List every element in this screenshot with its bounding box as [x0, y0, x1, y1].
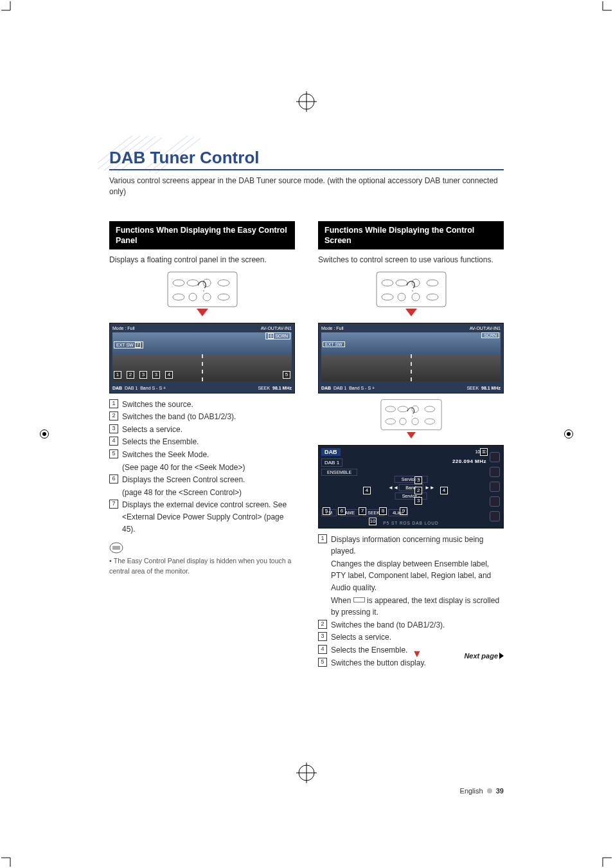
svg-point-13 — [382, 280, 393, 286]
callout-10: 10 — [369, 518, 377, 525]
list-item: Selects a service. — [331, 631, 391, 644]
callout-1: 1 — [480, 448, 488, 456]
callout-4: 4 — [363, 487, 371, 494]
svg-point-29 — [424, 419, 434, 424]
num-7: 7 — [109, 500, 118, 509]
svg-point-7 — [173, 294, 184, 300]
svg-point-4 — [187, 280, 199, 286]
num-3: 3 — [109, 424, 118, 433]
svg-point-18 — [398, 293, 405, 301]
two-column-layout: Functions When Displaying the Easy Contr… — [109, 221, 504, 669]
control-panel-illustration — [376, 271, 447, 307]
shot-extsw: EXT SW — [323, 341, 345, 347]
arrow-down-icon — [197, 309, 208, 316]
svg-point-8 — [189, 293, 197, 301]
crop-mark — [1, 853, 15, 867]
svg-rect-21 — [380, 399, 441, 429]
svg-point-25 — [424, 406, 434, 412]
shot-freq: 98.1 MHz — [272, 386, 292, 390]
num-4: 4 — [318, 645, 327, 654]
list-item: Displays the Screen Control screen. — [122, 474, 245, 486]
callout-row: 1 2 3 3 4 5 — [114, 371, 290, 379]
note-block: • The Easy Control Panel display is hidd… — [109, 541, 295, 576]
callout-8: 8 — [379, 507, 387, 515]
left-subtitle: Displays a floating control panel in the… — [109, 255, 295, 266]
arrow-down-icon — [405, 309, 417, 316]
content-area: DAB Tuner Control Various control screen… — [109, 148, 504, 791]
section-heading-easy-panel: Functions When Displaying the Easy Contr… — [109, 221, 295, 250]
document-page: DAB Tuner Control Various control screen… — [0, 0, 613, 868]
arrow-down-icon — [407, 432, 416, 439]
shot-avout: AV-OUT:AV-IN1 — [261, 326, 292, 330]
note-text: The Easy Control Panel display is hidden… — [109, 557, 291, 575]
intro-text: Various control screens appear in the DA… — [109, 176, 504, 198]
shot-extsw: EXT SW 7 — [114, 341, 143, 348]
control-panel-illustration — [167, 271, 238, 307]
callout-9: 9 — [400, 507, 407, 515]
shot-dab-sub: DAB 1 — [125, 386, 138, 390]
footer-dot-icon — [487, 788, 492, 793]
crop-mark — [598, 853, 612, 867]
easy-panel-screenshot: Mode : Full AV-OUT:AV-IN1 6SCRN EXT SW 7… — [109, 323, 295, 393]
svg-point-9 — [203, 293, 211, 301]
num-2: 2 — [109, 411, 118, 420]
section-heading-control-screen: Functions While Displaying the Control S… — [318, 221, 504, 250]
svg-point-19 — [412, 293, 420, 301]
device-figure — [318, 399, 504, 439]
registration-dot — [40, 429, 49, 439]
callout-3: 3 — [414, 476, 422, 484]
page-title-text: DAB Tuner Control — [109, 148, 260, 167]
right-subtitle: Switches to control screen to use variou… — [318, 255, 504, 266]
shot-scrn: SCRN — [481, 332, 499, 338]
footer-page-number: 39 — [496, 787, 504, 795]
shot-dab: DAB — [112, 386, 122, 390]
callout-3b: 3 — [152, 371, 160, 379]
list-item: Selects the Ensemble. — [122, 436, 199, 448]
callout-5: 5 — [323, 507, 330, 515]
registration-mark — [295, 90, 318, 113]
shot-scrn: 6SCRN — [265, 332, 290, 339]
svg-point-22 — [385, 406, 395, 412]
svg-point-3 — [173, 280, 184, 286]
arrow-down-icon: ▼ — [412, 648, 422, 660]
list-item: Switches the Seek Mode. — [122, 449, 209, 461]
device-figure — [109, 271, 295, 316]
svg-point-26 — [385, 419, 395, 424]
svg-point-5 — [203, 279, 211, 287]
num-1: 1 — [318, 534, 327, 543]
num-5: 5 — [109, 449, 118, 458]
list-item: Selects a service. — [122, 424, 182, 436]
note-icon — [109, 542, 123, 554]
svg-point-15 — [412, 279, 420, 287]
device-figure — [318, 271, 504, 316]
crop-mark — [598, 1, 612, 15]
shot-mode: Mode : Full — [112, 326, 135, 330]
svg-point-28 — [411, 418, 418, 424]
num-2: 2 — [318, 620, 327, 629]
footer-language: English — [460, 787, 483, 795]
svg-point-10 — [218, 294, 229, 300]
dab-control-screen: DAB 10:10 DAB 1 220.094 MHz ENSEMBLE Ser… — [318, 445, 504, 529]
svg-point-6 — [218, 280, 229, 286]
num-1: 1 — [109, 399, 118, 408]
page-title: DAB Tuner Control — [109, 148, 504, 170]
num-3: 3 — [318, 632, 327, 641]
svg-point-24 — [411, 406, 418, 412]
right-column: Functions While Displaying the Control S… — [318, 221, 504, 669]
svg-point-23 — [398, 406, 408, 412]
callout-7: 7 — [359, 507, 366, 515]
page-footer: English 39 — [460, 787, 504, 795]
callout-5: 5 — [283, 371, 290, 379]
callout-4b: 4 — [440, 487, 448, 494]
num-4: 4 — [109, 437, 118, 446]
svg-point-17 — [382, 294, 393, 300]
next-page-indicator: Next page — [464, 652, 504, 660]
list-item-sub: (page 48 for the <Screen Control>) — [122, 487, 242, 499]
left-column: Functions When Displaying the Easy Contr… — [109, 221, 295, 669]
callout-1: 1 — [114, 371, 121, 379]
callout-6: 6 — [338, 507, 346, 515]
callout-4: 4 — [165, 371, 173, 379]
control-panel-illustration — [380, 399, 442, 431]
left-numbered-list: 1Switches the source. 2Switches the band… — [109, 399, 295, 536]
svg-point-27 — [399, 418, 405, 424]
